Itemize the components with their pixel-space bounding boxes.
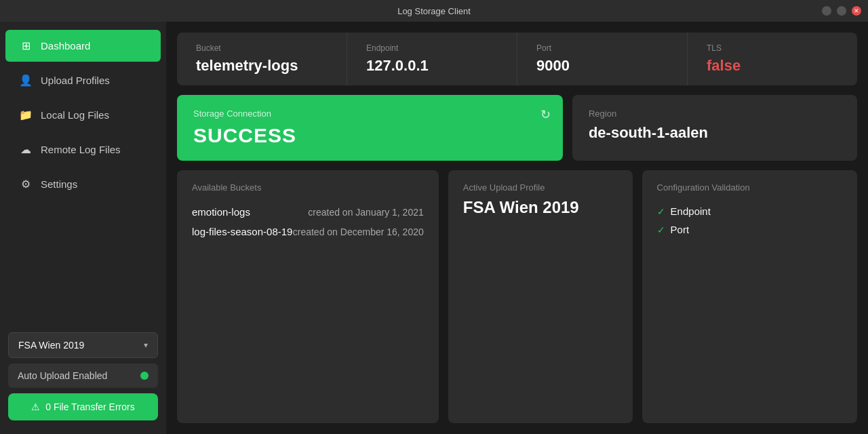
local-log-files-icon: 📁	[19, 108, 33, 121]
middle-row: Storage Connection SUCCESS ↻ Region de-s…	[177, 95, 857, 161]
sidebar-bottom: FSA Wien 2019 ▾ Auto Upload Enabled ⚠ 0 …	[0, 326, 166, 427]
storage-connection-card: Storage Connection SUCCESS ↻	[177, 95, 563, 161]
file-transfer-errors-button[interactable]: ⚠ 0 File Transfer Errors	[8, 393, 158, 420]
validation-item-port: ✓ Port	[657, 220, 842, 239]
endpoint-value: 127.0.0.1	[366, 57, 498, 75]
storage-connection-value: SUCCESS	[193, 124, 547, 147]
available-buckets-title: Available Buckets	[192, 182, 424, 193]
profile-dropdown-label: FSA Wien 2019	[18, 340, 84, 351]
bucket-row-1: emotion-logs created on January 1, 2021	[192, 202, 424, 222]
bucket-date-2: created on December 16, 2020	[293, 226, 424, 237]
active-upload-profile-card: Active Upload Profile FSA Wien 2019	[448, 170, 633, 423]
bucket-name-1: emotion-logs	[192, 206, 250, 218]
bucket-row-2: log-files-season-08-19 created on Decemb…	[192, 222, 424, 241]
sidebar-label-upload-profiles: Upload Profiles	[41, 75, 110, 86]
available-buckets-card: Available Buckets emotion-logs created o…	[177, 170, 439, 423]
sidebar-item-remote-log-files[interactable]: ☁ Remote Log Files	[5, 134, 161, 165]
sidebar-label-dashboard: Dashboard	[41, 40, 90, 52]
error-button-label: 0 File Transfer Errors	[45, 401, 134, 412]
configuration-validation-title: Configuration Validation	[657, 182, 842, 193]
validation-item-endpoint: ✓ Endpoint	[657, 202, 842, 220]
auto-upload-row: Auto Upload Enabled	[8, 363, 158, 388]
settings-icon: ⚙	[19, 178, 33, 191]
bottom-row: Available Buckets emotion-logs created o…	[177, 170, 857, 423]
region-card: Region de-south-1-aalen	[572, 95, 857, 161]
sidebar-item-local-log-files[interactable]: 📁 Local Log Files	[5, 99, 161, 131]
port-value: 9000	[536, 57, 668, 75]
check-icon-endpoint: ✓	[657, 206, 665, 217]
bucket-name-2: log-files-season-08-19	[192, 226, 292, 237]
sidebar-item-settings[interactable]: ⚙ Settings	[5, 168, 161, 200]
sidebar-label-remote-log-files: Remote Log Files	[41, 144, 121, 155]
close-button[interactable]: ✕	[852, 6, 861, 16]
bucket-date-1: created on January 1, 2021	[308, 207, 423, 218]
sidebar: ⊞ Dashboard 👤 Upload Profiles 📁 Local Lo…	[0, 22, 166, 434]
upload-profiles-icon: 👤	[19, 74, 33, 87]
bucket-value: telemetry-logs	[196, 57, 328, 75]
info-cell-tls: TLS false	[688, 33, 857, 85]
info-cell-endpoint: Endpoint 127.0.0.1	[347, 33, 517, 85]
region-value: de-south-1-aalen	[589, 124, 841, 142]
minimize-button[interactable]: ─	[822, 6, 831, 16]
active-upload-profile-value: FSA Wien 2019	[463, 198, 618, 217]
main-content: Bucket telemetry-logs Endpoint 127.0.0.1…	[166, 22, 868, 434]
validation-label-port: Port	[671, 224, 690, 235]
sidebar-label-local-log-files: Local Log Files	[41, 109, 109, 121]
check-icon-port: ✓	[657, 224, 665, 235]
app-body: ⊞ Dashboard 👤 Upload Profiles 📁 Local Lo…	[0, 22, 868, 434]
port-label: Port	[536, 43, 668, 53]
sidebar-item-dashboard[interactable]: ⊞ Dashboard	[5, 30, 161, 62]
info-cell-port: Port 9000	[517, 33, 688, 85]
bucket-label: Bucket	[196, 43, 328, 53]
app-title: Log Storage Client	[397, 6, 471, 16]
profile-dropdown[interactable]: FSA Wien 2019 ▾	[8, 332, 158, 358]
validation-label-endpoint: Endpoint	[671, 205, 711, 217]
title-bar: Log Storage Client ─ □ ✕	[0, 0, 868, 22]
auto-upload-status-dot	[140, 372, 149, 380]
refresh-icon[interactable]: ↻	[540, 107, 551, 122]
active-upload-profile-label: Active Upload Profile	[463, 182, 618, 193]
sidebar-item-upload-profiles[interactable]: 👤 Upload Profiles	[5, 64, 161, 96]
configuration-validation-card: Configuration Validation ✓ Endpoint ✓ Po…	[642, 170, 857, 423]
warning-icon: ⚠	[31, 401, 40, 412]
maximize-button[interactable]: □	[837, 6, 846, 16]
remote-log-files-icon: ☁	[19, 143, 33, 156]
dashboard-icon: ⊞	[19, 39, 33, 52]
auto-upload-label: Auto Upload Enabled	[18, 370, 107, 381]
storage-connection-label: Storage Connection	[193, 108, 547, 119]
tls-value: false	[707, 57, 838, 75]
region-label: Region	[589, 108, 841, 119]
info-cell-bucket: Bucket telemetry-logs	[177, 33, 347, 85]
sidebar-label-settings: Settings	[41, 178, 77, 190]
window-controls: ─ □ ✕	[822, 6, 861, 16]
info-bar: Bucket telemetry-logs Endpoint 127.0.0.1…	[177, 33, 857, 85]
endpoint-label: Endpoint	[366, 43, 498, 53]
chevron-down-icon: ▾	[144, 340, 148, 350]
tls-label: TLS	[707, 43, 838, 53]
